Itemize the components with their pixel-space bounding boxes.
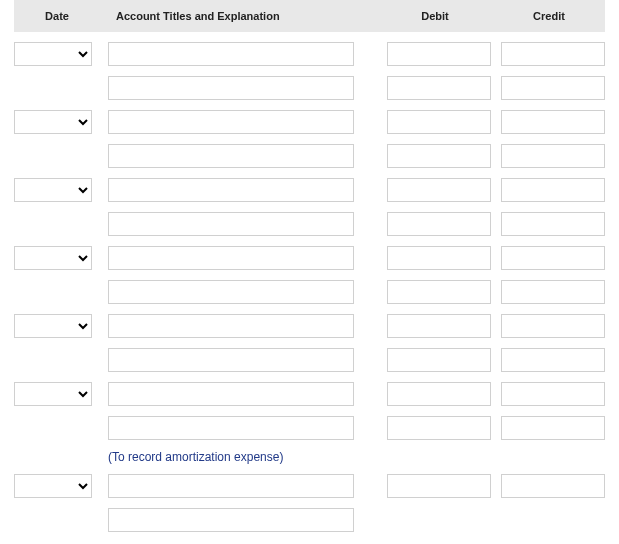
date-select[interactable] (14, 246, 92, 270)
entry-line (14, 382, 605, 406)
debit-input[interactable] (387, 178, 491, 202)
account-title-input[interactable] (108, 280, 354, 304)
entry-line (14, 348, 605, 372)
date-select[interactable] (14, 110, 92, 134)
account-title-input[interactable] (108, 314, 354, 338)
header-account: Account Titles and Explanation (112, 10, 362, 22)
account-title-input[interactable] (108, 382, 354, 406)
debit-input[interactable] (387, 280, 491, 304)
credit-input[interactable] (501, 474, 605, 498)
credit-input[interactable] (501, 382, 605, 406)
account-title-input[interactable] (108, 416, 354, 440)
account-title-input[interactable] (108, 144, 354, 168)
account-title-input[interactable] (108, 246, 354, 270)
account-title-input[interactable] (108, 348, 354, 372)
account-title-input[interactable] (108, 212, 354, 236)
date-select[interactable] (14, 474, 92, 498)
journal-entry (14, 246, 605, 304)
entry-line (14, 212, 605, 236)
entry-line (14, 178, 605, 202)
journal-entry (14, 178, 605, 236)
debit-input[interactable] (387, 382, 491, 406)
journal-entry (14, 474, 605, 532)
debit-input[interactable] (387, 76, 491, 100)
account-title-input[interactable] (108, 110, 354, 134)
account-title-input[interactable] (108, 474, 354, 498)
entry-line (14, 110, 605, 134)
debit-input[interactable] (387, 474, 491, 498)
entry-line (14, 474, 605, 498)
account-title-input[interactable] (108, 76, 354, 100)
credit-input[interactable] (501, 314, 605, 338)
table-header: Date Account Titles and Explanation Debi… (14, 0, 605, 32)
header-credit: Credit (497, 10, 601, 22)
account-title-input[interactable] (108, 508, 354, 532)
date-select[interactable] (14, 42, 92, 66)
account-title-input[interactable] (108, 178, 354, 202)
entry-line (14, 314, 605, 338)
account-title-input[interactable] (108, 42, 354, 66)
entry-line (14, 144, 605, 168)
debit-input[interactable] (387, 246, 491, 270)
credit-input[interactable] (501, 416, 605, 440)
header-date: Date (18, 10, 96, 22)
entry-explanation: (To record amortization expense) (14, 450, 605, 464)
debit-input[interactable] (387, 314, 491, 338)
debit-input[interactable] (387, 110, 491, 134)
debit-input[interactable] (387, 416, 491, 440)
header-debit: Debit (383, 10, 487, 22)
credit-input[interactable] (501, 42, 605, 66)
credit-input[interactable] (501, 348, 605, 372)
credit-input[interactable] (501, 144, 605, 168)
journal-entry (14, 314, 605, 372)
credit-input[interactable] (501, 246, 605, 270)
date-select[interactable] (14, 314, 92, 338)
date-select[interactable] (14, 382, 92, 406)
entry-line (14, 246, 605, 270)
credit-input[interactable] (501, 178, 605, 202)
entry-line (14, 76, 605, 100)
debit-input[interactable] (387, 144, 491, 168)
credit-input[interactable] (501, 76, 605, 100)
journal-entry (14, 42, 605, 100)
date-select[interactable] (14, 178, 92, 202)
credit-input[interactable] (501, 110, 605, 134)
entry-line (14, 42, 605, 66)
credit-input[interactable] (501, 212, 605, 236)
entry-line (14, 280, 605, 304)
entry-line (14, 416, 605, 440)
journal-entry-form: Date Account Titles and Explanation Debi… (0, 0, 619, 544)
debit-input[interactable] (387, 42, 491, 66)
journal-entry (14, 110, 605, 168)
debit-input[interactable] (387, 212, 491, 236)
entry-line (14, 508, 605, 532)
debit-input[interactable] (387, 348, 491, 372)
journal-entry: (To record amortization expense) (14, 382, 605, 464)
credit-input[interactable] (501, 280, 605, 304)
